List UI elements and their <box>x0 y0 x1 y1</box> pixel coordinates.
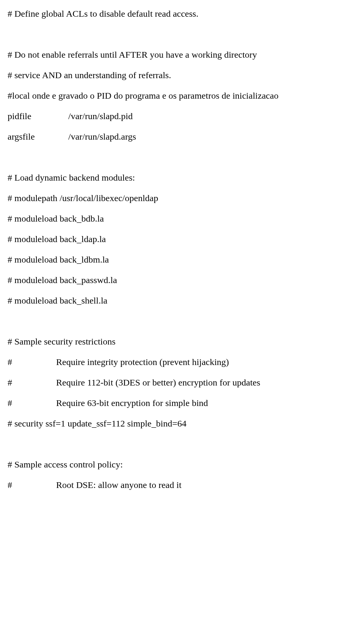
blank-line <box>8 27 356 41</box>
document-page: # Define global ACLs to disable default … <box>0 7 364 514</box>
comment-line: # Do not enable referrals until AFTER yo… <box>8 48 356 61</box>
config-value: /var/run/slapd.args <box>68 130 356 143</box>
comment-line: # security ssf=1 update_ssf=112 simple_b… <box>8 417 356 430</box>
comment-text: Require 63-bit encryption for simple bin… <box>56 396 356 410</box>
config-row-pidfile: pidfile /var/run/slapd.pid <box>8 109 356 123</box>
comment-indent-line: # Require 63-bit encryption for simple b… <box>8 396 356 410</box>
config-value: /var/run/slapd.pid <box>68 109 356 123</box>
hash-mark: # <box>8 396 56 410</box>
comment-line: # moduleload back_shell.la <box>8 294 356 307</box>
config-row-argsfile: argsfile /var/run/slapd.args <box>8 130 356 143</box>
comment-indent-line: # Require integrity protection (prevent … <box>8 355 356 369</box>
comment-line: # modulepath /usr/local/libexec/openldap <box>8 191 356 205</box>
comment-indent-line: # Root DSE: allow anyone to read it <box>8 478 356 492</box>
comment-line: #local onde e gravado o PID do programa … <box>8 89 356 102</box>
comment-text: Require integrity protection (prevent hi… <box>56 355 356 369</box>
comment-line: # moduleload back_ldbm.la <box>8 253 356 266</box>
comment-line: # Load dynamic backend modules: <box>8 171 356 184</box>
config-key: argsfile <box>8 130 68 143</box>
comment-line: # service AND an understanding of referr… <box>8 68 356 82</box>
comment-line: # moduleload back_bdb.la <box>8 212 356 225</box>
comment-line: # Sample security restrictions <box>8 335 356 348</box>
hash-mark: # <box>8 376 56 389</box>
comment-text: Root DSE: allow anyone to read it <box>56 478 356 492</box>
comment-text: Require 112-bit (3DES or better) encrypt… <box>56 376 356 389</box>
comment-line: # Sample access control policy: <box>8 458 356 471</box>
blank-line <box>8 150 356 164</box>
comment-line: # Define global ACLs to disable default … <box>8 7 356 20</box>
hash-mark: # <box>8 355 56 369</box>
comment-indent-line: # Require 112-bit (3DES or better) encry… <box>8 376 356 389</box>
blank-line <box>8 437 356 451</box>
hash-mark: # <box>8 478 56 492</box>
config-key: pidfile <box>8 109 68 123</box>
comment-line: # moduleload back_ldap.la <box>8 232 356 246</box>
comment-line: # moduleload back_passwd.la <box>8 273 356 287</box>
blank-line <box>8 314 356 328</box>
